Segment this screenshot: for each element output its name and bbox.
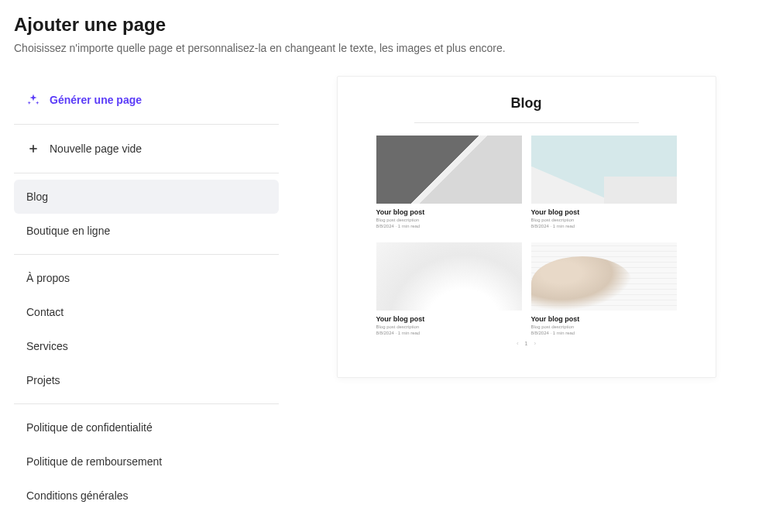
blog-post-desc: Blog post description xyxy=(531,218,677,222)
sidebar-item-label: Boutique en ligne xyxy=(26,225,110,237)
sidebar-item-conditions[interactable]: Conditions générales xyxy=(14,479,279,513)
sidebar-item-label: À propos xyxy=(26,272,70,284)
preview-title: Blog xyxy=(511,95,542,112)
sidebar-item-label: Politique de remboursement xyxy=(26,455,162,468)
blog-post-title: Your blog post xyxy=(531,315,677,323)
preview-divider xyxy=(414,122,639,123)
new-blank-page-button[interactable]: Nouvelle page vide xyxy=(14,131,279,166)
blog-post-title: Your blog post xyxy=(531,208,677,216)
sidebar: Générer une page Nouvelle page vide Blog… xyxy=(14,76,279,519)
blog-thumbnail xyxy=(531,242,677,311)
blog-post: Your blog post Blog post description 8/8… xyxy=(376,136,522,228)
blog-post: Your blog post Blog post description 8/8… xyxy=(531,242,677,335)
blog-post-meta: 8/8/2024 · 1 min read xyxy=(376,224,522,228)
sidebar-item-contact[interactable]: Contact xyxy=(14,295,279,329)
generate-page-button[interactable]: Générer une page xyxy=(14,82,279,118)
blog-post-title: Your blog post xyxy=(376,208,522,216)
sidebar-item-label: Conditions générales xyxy=(26,489,129,502)
sidebar-item-confidentialite[interactable]: Politique de confidentialité xyxy=(14,410,279,444)
blog-post: Your blog post Blog post description 8/8… xyxy=(376,242,522,335)
sidebar-item-boutique[interactable]: Boutique en ligne xyxy=(14,214,279,248)
blog-thumbnail xyxy=(376,136,522,204)
blog-post-meta: 8/8/2024 · 1 min read xyxy=(376,331,522,335)
pagination: ‹ 1 › xyxy=(517,340,536,347)
blog-post-desc: Blog post description xyxy=(376,324,522,329)
blog-thumbnail xyxy=(531,136,677,204)
blog-post: Your blog post Blog post description 8/8… xyxy=(531,136,677,228)
blog-thumbnail xyxy=(376,242,522,311)
blog-post-title: Your blog post xyxy=(376,315,522,323)
blog-post-meta: 8/8/2024 · 1 min read xyxy=(531,331,677,335)
sidebar-item-projets[interactable]: Projets xyxy=(14,363,279,397)
sidebar-item-services[interactable]: Services xyxy=(14,329,279,363)
sidebar-item-label: Contact xyxy=(26,306,64,318)
sidebar-item-label: Blog xyxy=(26,190,48,203)
new-blank-page-label: Nouvelle page vide xyxy=(50,142,142,155)
sidebar-item-blog[interactable]: Blog xyxy=(14,180,279,214)
page-subtitle: Choisissez n'importe quelle page et pers… xyxy=(14,42,755,54)
chevron-right-icon: › xyxy=(534,340,536,347)
sidebar-item-label: Politique de confidentialité xyxy=(26,421,153,434)
sparkles-icon xyxy=(26,93,40,107)
blog-grid: Your blog post Blog post description 8/8… xyxy=(376,136,677,335)
sidebar-item-apropos[interactable]: À propos xyxy=(14,261,279,295)
preview-area: Blog Your blog post Blog post descriptio… xyxy=(297,76,755,519)
sidebar-item-label: Projets xyxy=(26,374,60,386)
sidebar-item-remboursement[interactable]: Politique de remboursement xyxy=(14,444,279,479)
plus-icon xyxy=(26,142,40,156)
blog-post-desc: Blog post description xyxy=(531,324,677,329)
page-title: Ajouter une page xyxy=(14,14,755,36)
template-preview-card[interactable]: Blog Your blog post Blog post descriptio… xyxy=(337,76,716,378)
blog-post-desc: Blog post description xyxy=(376,218,522,222)
chevron-left-icon: ‹ xyxy=(517,340,519,347)
pagination-current: 1 xyxy=(525,341,528,346)
generate-page-label: Générer une page xyxy=(50,94,142,106)
sidebar-item-label: Services xyxy=(26,340,68,352)
blog-post-meta: 8/8/2024 · 1 min read xyxy=(531,224,677,228)
